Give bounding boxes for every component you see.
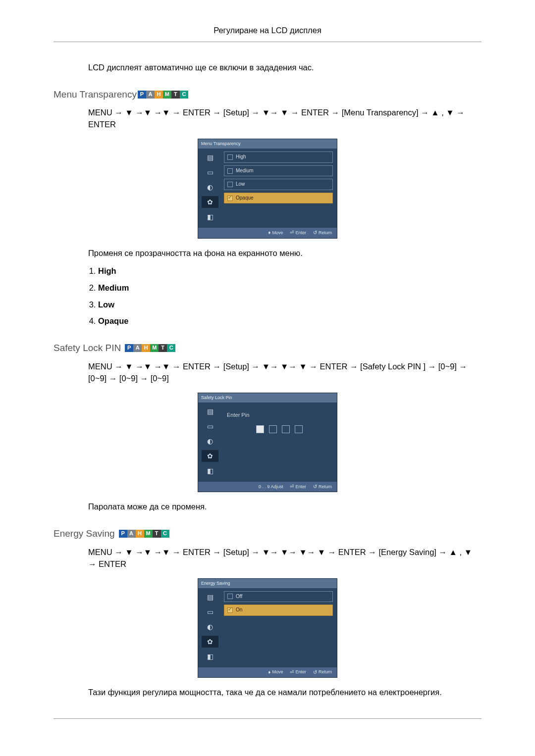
option-label: Opaque [236,195,254,202]
input-icon: ▭ [202,420,218,432]
osd-option: Low [224,179,333,190]
osd-title: Safety Lock Pin [198,393,337,403]
input-icon: ▭ [202,166,218,178]
footer-label: Move [272,669,283,675]
osd-sidebar: ▤ ▭ ◐ ✿ ◧ [198,588,222,667]
option-label: On [236,606,242,614]
sound-icon: ◐ [202,435,218,447]
mode-badges: P A H M T C [138,91,188,99]
osd-sidebar: ▤ ▭ ◐ ✿ ◧ [198,403,222,482]
option-label: Off [236,593,242,601]
multi-icon: ◧ [202,465,218,477]
return-icon: ↺ [313,669,317,676]
footer-adjust: 0 . . 9 Adjust [259,483,283,491]
badge-p-icon: P [125,344,133,352]
checkbox-icon [227,594,233,599]
list-item: Medium [98,282,482,294]
osd-options: High Medium Low Opaque [222,149,337,228]
osd-safety-lock: Safety Lock Pin ▤ ▭ ◐ ✿ ◧ Enter Pin 0 . [198,393,337,493]
setup-icon: ✿ [202,450,218,462]
badge-a-icon: A [133,344,142,352]
checkbox-icon [227,182,233,187]
osd-options: Off On [222,588,337,667]
footer-enter: ⏎Enter [290,669,306,676]
badge-m-icon: M [150,344,159,352]
enter-icon: ⏎ [290,483,294,491]
footer-enter: ⏎Enter [290,229,306,237]
osd-title: Energy Saving [198,579,337,588]
osd-footer: 0 . . 9 Adjust ⏎Enter ↺Return [198,482,337,492]
enter-icon: ⏎ [290,669,294,676]
osd-option: High [224,151,333,163]
osd-title: Menu Transparency [198,139,337,149]
checkbox-icon [227,154,233,160]
section-description: Тази функция регулира мощността, така че… [54,687,482,699]
footer-move: ♦Move [268,669,283,676]
mode-badges: P A H M T C [125,344,175,352]
footer-label: Return [319,484,332,490]
badge-p-icon: P [138,91,146,99]
badge-c-icon: C [161,530,169,538]
pin-boxes [227,425,332,433]
footer-label: 0 . . 9 Adjust [259,484,283,490]
osd-body: ▤ ▭ ◐ ✿ ◧ Off On [198,588,337,667]
osd-footer: ♦Move ⏎Enter ↺Return [198,667,337,678]
footer-return: ↺Return [313,483,332,491]
badge-t-icon: T [159,344,167,352]
badge-c-icon: C [167,344,175,352]
footer-label: Move [272,230,283,236]
footer-label: Enter [295,484,306,490]
footer-move: ♦Move [268,229,283,237]
osd-body: ▤ ▭ ◐ ✿ ◧ Enter Pin [198,403,337,482]
return-icon: ↺ [313,483,317,491]
badge-c-icon: C [180,91,188,99]
page: Регулиране на LCD дисплея LCD дисплеят а… [0,0,535,756]
multi-icon: ◧ [202,211,218,223]
picture-icon: ▤ [202,591,218,603]
footer-label: Return [319,230,332,236]
input-icon: ▭ [202,606,218,618]
badge-a-icon: A [127,530,136,538]
badge-h-icon: H [142,344,150,352]
section-description: Паролата може да се променя. [54,501,482,513]
return-icon: ↺ [313,229,317,237]
menu-path: MENU → ▼ →▼ →▼ → ENTER → [Setup] → ▼→ ▼→… [54,547,482,570]
osd-sidebar: ▤ ▭ ◐ ✿ ◧ [198,149,222,228]
list-item: High [98,265,482,277]
checkbox-icon [227,168,233,174]
section-heading-energy-saving: Energy Saving P A H M T C [54,527,482,541]
picture-icon: ▤ [202,151,218,163]
heading-text: Safety Lock PIN [54,341,121,355]
badge-p-icon: P [119,530,127,538]
setup-icon: ✿ [202,636,218,648]
intro-text: LCD дисплеят автоматично ще се включи в … [54,62,482,74]
osd-option-selected: On [224,605,333,616]
pin-digit [282,425,290,433]
option-list: High Medium Low Opaque [98,265,482,328]
osd-option: Medium [224,165,333,177]
list-item: Low [98,299,482,311]
footer-label: Enter [295,669,306,675]
osd-menu-transparency: Menu Transparency ▤ ▭ ◐ ✿ ◧ High Medium … [198,139,337,239]
sound-icon: ◐ [202,621,218,633]
heading-text: Menu Transparency [54,88,137,101]
footer-return: ↺Return [313,229,332,237]
pin-digit [295,425,303,433]
osd-option-selected: Opaque [224,193,333,204]
osd-footer: ♦Move ⏎Enter ↺Return [198,228,337,238]
updown-icon: ♦ [268,669,270,676]
menu-path: MENU → ▼ →▼ →▼ → ENTER → [Setup] → ▼→ ▼ … [54,107,482,131]
picture-icon: ▤ [202,405,218,417]
pin-digit [256,425,264,433]
enter-icon: ⏎ [290,229,294,237]
page-title: Регулиране на LCD дисплея [54,25,482,42]
pin-digit [269,425,277,433]
badge-m-icon: M [163,91,171,99]
mode-badges: P A H M T C [119,530,169,538]
osd-option: Off [224,591,333,603]
section-description: Променя се прозрачността на фона на екра… [54,248,482,259]
footer-rule [54,718,482,719]
osd-body: ▤ ▭ ◐ ✿ ◧ High Medium Low Opaque [198,149,337,228]
menu-path: MENU → ▼ →▼ →▼ → ENTER → [Setup] → ▼→ ▼→… [54,361,482,385]
footer-return: ↺Return [313,669,332,676]
